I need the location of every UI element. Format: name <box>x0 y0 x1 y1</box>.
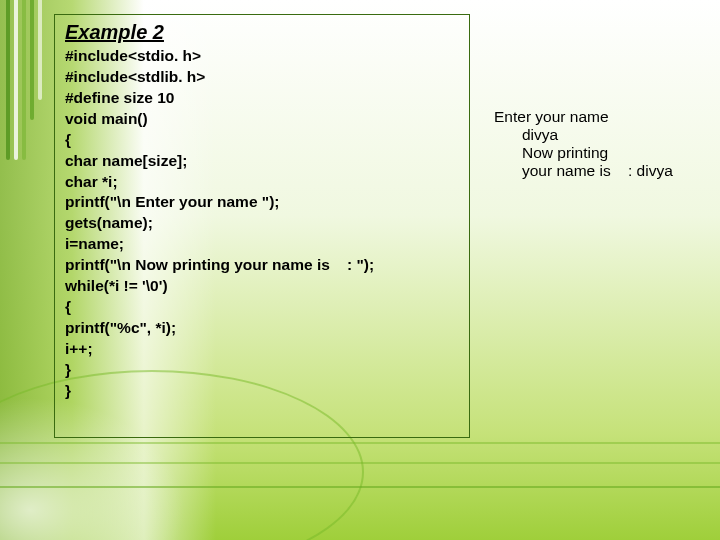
program-output: Enter your name divya Now printing your … <box>494 108 673 180</box>
decor-strip <box>30 0 34 120</box>
example-title: Example 2 <box>65 21 459 44</box>
decor-strip <box>38 0 42 100</box>
code-line: void main() <box>65 110 148 127</box>
code-line: i++; <box>65 340 93 357</box>
decor-line <box>0 462 720 464</box>
decor-strip <box>6 0 10 160</box>
slide: Example 2 #include<stdio. h> #include<st… <box>0 0 720 540</box>
code-line: #define size 10 <box>65 89 174 106</box>
code-line: } <box>65 361 71 378</box>
code-line: printf("\n Enter your name "); <box>65 193 279 210</box>
output-line: Enter your name <box>494 108 609 125</box>
code-line: { <box>65 298 71 315</box>
decor-strip <box>22 0 26 160</box>
code-line: printf("\n Now printing your name is : "… <box>65 256 374 273</box>
code-line: { <box>65 131 71 148</box>
code-box: Example 2 #include<stdio. h> #include<st… <box>54 14 470 438</box>
code-line: while(*i != '\0') <box>65 277 168 294</box>
code-line: #include<stdio. h> <box>65 47 201 64</box>
code-line: gets(name); <box>65 214 153 231</box>
decor-line <box>0 486 720 488</box>
output-line: Now printing <box>494 144 608 162</box>
output-line: your name is : divya <box>494 162 673 180</box>
code-line: } <box>65 382 71 399</box>
code-block: #include<stdio. h> #include<stdlib. h> #… <box>65 46 459 402</box>
code-line: #include<stdlib. h> <box>65 68 205 85</box>
output-line: divya <box>494 126 558 144</box>
code-line: printf("%c", *i); <box>65 319 176 336</box>
decor-line <box>0 442 720 444</box>
code-line: char name[size]; <box>65 152 187 169</box>
code-line: char *i; <box>65 173 118 190</box>
code-line: i=name; <box>65 235 124 252</box>
decor-strip <box>14 0 18 160</box>
